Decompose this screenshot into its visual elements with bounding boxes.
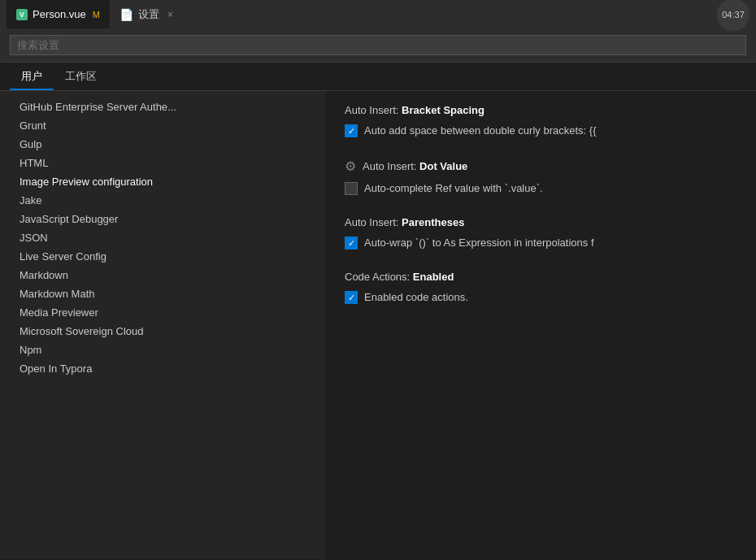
- setting-code-actions-title: Code Actions: Enabled: [345, 271, 736, 283]
- sidebar-item-html[interactable]: HTML: [0, 154, 325, 172]
- setting-parentheses-item: Auto-wrap `()` to As Expression in inter…: [345, 235, 736, 251]
- tab-person-vue[interactable]: V Person.vue M: [7, 0, 110, 28]
- sidebar-item-javascript-debugger[interactable]: JavaScript Debugger: [0, 210, 325, 228]
- setting-bracket-spacing: Auto Insert: Bracket Spacing Auto add sp…: [345, 104, 736, 139]
- bracket-spacing-description: Auto add space between double curly brac…: [364, 124, 596, 137]
- setting-bracket-spacing-title: Auto Insert: Bracket Spacing: [345, 104, 736, 116]
- main-content: GitHub Enterprise Server Authe... Grunt …: [0, 91, 756, 559]
- gear-icon[interactable]: ⚙: [345, 158, 356, 174]
- sidebar-item-markdown-math[interactable]: Markdown Math: [0, 284, 325, 303]
- settings-file-icon: 📄: [119, 8, 133, 21]
- search-bar: [0, 28, 756, 63]
- tab-modified-badge: M: [93, 10, 100, 20]
- setting-parentheses-title: Auto Insert: Parentheses: [345, 216, 736, 228]
- sidebar-item-jake[interactable]: Jake: [0, 191, 325, 210]
- setting-code-actions: Code Actions: Enabled Enabled code actio…: [345, 271, 736, 306]
- setting-dot-value-title: ⚙ Auto Insert: Dot Value: [345, 158, 736, 174]
- sidebar-item-open-in-typora[interactable]: Open In Typora: [0, 359, 325, 378]
- sidebar-item-github[interactable]: GitHub Enterprise Server Authe...: [0, 98, 325, 116]
- bracket-spacing-checkbox[interactable]: [345, 124, 358, 137]
- setting-dot-value: ⚙ Auto Insert: Dot Value Auto-complete R…: [345, 158, 736, 197]
- sidebar-item-markdown[interactable]: Markdown: [0, 266, 325, 284]
- tab-settings[interactable]: 📄 设置 ×: [110, 0, 183, 28]
- code-actions-description: Enabled code actions.: [364, 291, 468, 303]
- sidebar-item-json[interactable]: JSON: [0, 228, 325, 247]
- clock-display: 04:37: [717, 0, 749, 31]
- content-panel: Auto Insert: Bracket Spacing Auto add sp…: [325, 91, 756, 559]
- tab-user[interactable]: 用户: [10, 63, 54, 90]
- dot-value-description: Auto-complete Ref value with `.value`.: [364, 182, 543, 194]
- sidebar-item-media-previewer[interactable]: Media Previewer: [0, 303, 325, 322]
- setting-code-actions-item: Enabled code actions.: [345, 289, 736, 306]
- code-actions-checkbox[interactable]: [345, 291, 358, 304]
- sidebar-item-image-preview[interactable]: Image Preview configuration: [0, 172, 325, 191]
- dot-value-checkbox[interactable]: [345, 182, 358, 195]
- sidebar-item-gulp[interactable]: Gulp: [0, 135, 325, 154]
- search-input[interactable]: [10, 35, 746, 55]
- tab-close-button[interactable]: ×: [167, 9, 173, 20]
- setting-bracket-spacing-item: Auto add space between double curly brac…: [345, 123, 736, 139]
- sidebar-item-grunt[interactable]: Grunt: [0, 116, 325, 135]
- parentheses-description: Auto-wrap `()` to As Expression in inter…: [364, 237, 594, 249]
- sidebar-item-live-server[interactable]: Live Server Config: [0, 247, 325, 266]
- parentheses-checkbox[interactable]: [345, 237, 358, 250]
- tab-workspace[interactable]: 工作区: [54, 63, 108, 90]
- tab-settings-label: 设置: [138, 7, 159, 22]
- settings-tabs-row: 用户 工作区: [0, 63, 756, 91]
- tab-person-label: Person.vue: [33, 8, 86, 20]
- titlebar: V Person.vue M 📄 设置 × 04:37: [0, 0, 756, 28]
- vue-icon: V: [16, 9, 28, 20]
- sidebar-item-microsoft-sovereign[interactable]: Microsoft Sovereign Cloud: [0, 322, 325, 341]
- setting-dot-value-item: Auto-complete Ref value with `.value`.: [345, 180, 736, 197]
- sidebar: GitHub Enterprise Server Authe... Grunt …: [0, 91, 325, 559]
- setting-parentheses: Auto Insert: Parentheses Auto-wrap `()` …: [345, 216, 736, 251]
- sidebar-item-npm[interactable]: Npm: [0, 341, 325, 359]
